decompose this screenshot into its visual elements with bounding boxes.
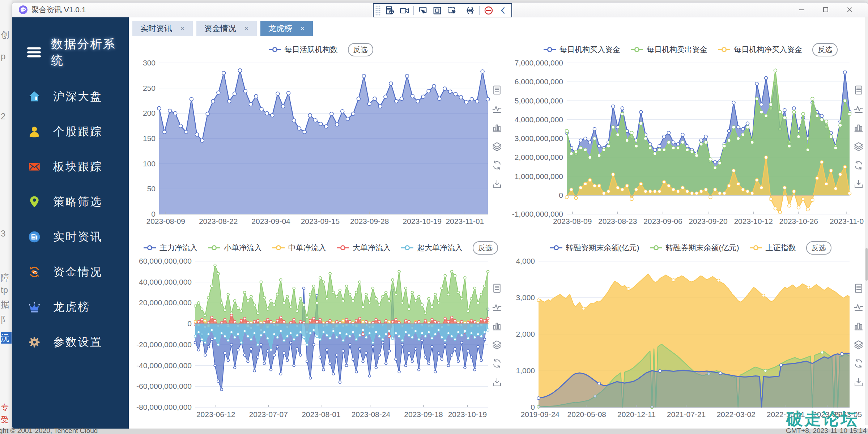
tab-龙虎榜[interactable]: 龙虎榜× [260, 21, 313, 36]
sidebar-item-label: 龙虎榜 [53, 299, 90, 315]
background-text-fragment: 阝 [1, 314, 12, 326]
toolbox-switch-to-line-icon[interactable] [492, 302, 502, 312]
select-window-icon[interactable] [417, 5, 428, 16]
legend-item[interactable]: 每日机构净买入资金 [718, 44, 802, 55]
invert-selection-button[interactable]: 反选 [473, 241, 498, 255]
sidebar-item-4[interactable]: 策略筛选 [12, 184, 129, 219]
scrollbar-thumb[interactable] [865, 248, 868, 281]
sidebar-item-label: 策略筛选 [53, 194, 102, 209]
menu-hamburger-icon[interactable] [26, 47, 42, 58]
y-axis-tick-label: 300 [143, 59, 156, 67]
legend-item[interactable]: 主力净流入 [143, 243, 197, 253]
toolbox-restore-icon[interactable] [492, 358, 502, 369]
invert-selection-button[interactable]: 反选 [806, 241, 831, 255]
x-axis-tick-label: 2020-05-08 [567, 410, 606, 419]
camera-icon[interactable] [399, 5, 410, 16]
x-axis-tick-label: 2023-10-12 [734, 217, 773, 226]
sidebar-item-8[interactable]: 参数设置 [12, 324, 129, 359]
toolbox-save-image-icon[interactable] [853, 377, 864, 388]
toolbox-stack-icon[interactable] [853, 339, 864, 350]
legend-label: 转融资期末余额(亿元) [566, 243, 639, 253]
toolbox-stack-icon[interactable] [492, 141, 502, 152]
toolbox-switch-to-line-icon[interactable] [853, 103, 864, 114]
x-axis-tick-label: 2019-09-24 [521, 410, 559, 419]
chart-legend: 每日机构买入资金每日机构卖出资金每日机构净买入资金反选 [513, 41, 868, 58]
legend-item[interactable]: 上证指数 [749, 243, 796, 253]
tab-close-icon[interactable]: × [300, 24, 305, 33]
chart-legend: 主力净流入小单净流入中单净流入大单净流入超大单净流入反选 [135, 239, 506, 256]
invert-selection-button[interactable]: 反选 [812, 43, 838, 56]
background-text-fragment: p [1, 51, 12, 61]
toolbox-stack-icon[interactable] [853, 141, 864, 152]
sidebar-item-3[interactable]: 板块跟踪 [12, 149, 129, 184]
collapse-icon[interactable] [498, 5, 509, 16]
legend-item[interactable]: 转融券期末余额(亿元) [650, 243, 739, 253]
legend-label: 每日机构买入资金 [559, 44, 620, 55]
toolbox-save-image-icon[interactable] [853, 179, 864, 190]
legend-item[interactable]: 每日活跃机构数 [268, 44, 338, 55]
background-text-fragment: 3 [1, 229, 12, 239]
sidebar-item-6[interactable]: 资金情况 [12, 254, 129, 289]
select-element-icon[interactable] [446, 5, 457, 16]
legend-label: 每日机构卖出资金 [647, 44, 707, 55]
main-content: 实时资讯×资金情况×龙虎榜× 每日活跃机构数反选 300250200150100… [129, 17, 868, 430]
crown-icon [28, 301, 41, 314]
toolbox-stack-icon[interactable] [492, 339, 502, 350]
legend-item[interactable]: 超大单净流入 [401, 243, 463, 253]
toolbox-switch-to-bar-icon[interactable] [853, 320, 864, 331]
toolbox-restore-icon[interactable] [853, 160, 864, 171]
toolbox-restore-icon[interactable] [492, 160, 502, 171]
code-check-icon[interactable] [465, 5, 476, 16]
plot-area[interactable] [567, 63, 850, 214]
toolbox-switch-to-line-icon[interactable] [853, 302, 864, 312]
sidebar-item-1[interactable]: 沪深大盘 [12, 79, 129, 114]
sidebar-item-7[interactable]: 龙虎榜 [12, 289, 129, 324]
window-scrollbar[interactable] [865, 17, 868, 425]
tab-资金情况[interactable]: 资金情况× [196, 21, 257, 36]
plot-area[interactable] [195, 261, 488, 407]
toolbox-switch-to-bar-icon[interactable] [492, 320, 502, 331]
tab-close-icon[interactable]: × [244, 24, 249, 33]
toolbox-switch-to-bar-icon[interactable] [492, 122, 502, 133]
minimize-button[interactable] [792, 4, 811, 16]
toolbox-data-view-icon[interactable] [492, 283, 502, 294]
sidebar-item-2[interactable]: 个股跟踪 [12, 114, 129, 149]
background-text-fragment: 2 [1, 111, 12, 122]
close-button[interactable] [840, 4, 859, 16]
legend-item[interactable]: 每日机构买入资金 [543, 44, 620, 55]
log-target-icon[interactable] [384, 5, 395, 16]
tab-实时资讯[interactable]: 实时资讯× [132, 21, 193, 36]
stop-icon[interactable] [483, 5, 494, 16]
legend-item[interactable]: 每日机构卖出资金 [630, 44, 707, 55]
home-icon [28, 90, 41, 103]
toolbox-switch-to-line-icon[interactable] [492, 103, 502, 114]
toolbox-switch-to-bar-icon[interactable] [853, 122, 864, 133]
gear-icon [28, 336, 41, 349]
toolbox-restore-icon[interactable] [853, 358, 864, 369]
y-axis-tick-label: -20,000,000,000 [136, 340, 192, 349]
tab-label: 龙虎榜 [268, 23, 292, 34]
x-axis-tick-label: 2023-08-23 [598, 217, 637, 226]
plot-area[interactable] [539, 261, 850, 407]
toolbox-data-view-icon[interactable] [853, 283, 864, 294]
tab-close-icon[interactable]: × [180, 24, 185, 33]
x-axis-tick-label: 2022-03-02 [716, 410, 755, 419]
toolbox-save-image-icon[interactable] [492, 179, 502, 190]
plot-area[interactable] [159, 63, 488, 214]
sidebar-item-5[interactable]: 实时资讯 [12, 219, 129, 254]
legend-item[interactable]: 转融资期末余额(亿元) [550, 243, 639, 253]
legend-item[interactable]: 大单净流入 [336, 243, 391, 253]
legend-item[interactable]: 小单净流入 [208, 243, 262, 253]
y-axis-tick-label: 50 [147, 184, 156, 193]
legend-item[interactable]: 中单净流入 [272, 243, 326, 253]
maximize-button[interactable] [816, 4, 835, 16]
invert-selection-button[interactable]: 反选 [348, 43, 373, 56]
toolbox-save-image-icon[interactable] [492, 377, 502, 388]
toolbox-data-view-icon[interactable] [492, 85, 502, 95]
status-bar: Copyright © 2001-2020, Tencent Cloud GMT… [0, 429, 868, 434]
toolbox-data-view-icon[interactable] [853, 85, 864, 95]
legend-label: 上证指数 [766, 243, 796, 253]
select-region-icon[interactable] [432, 5, 443, 16]
drag-handle-icon[interactable] [375, 5, 381, 16]
x-axis-tick-label: 2023-06-12 [196, 410, 235, 419]
